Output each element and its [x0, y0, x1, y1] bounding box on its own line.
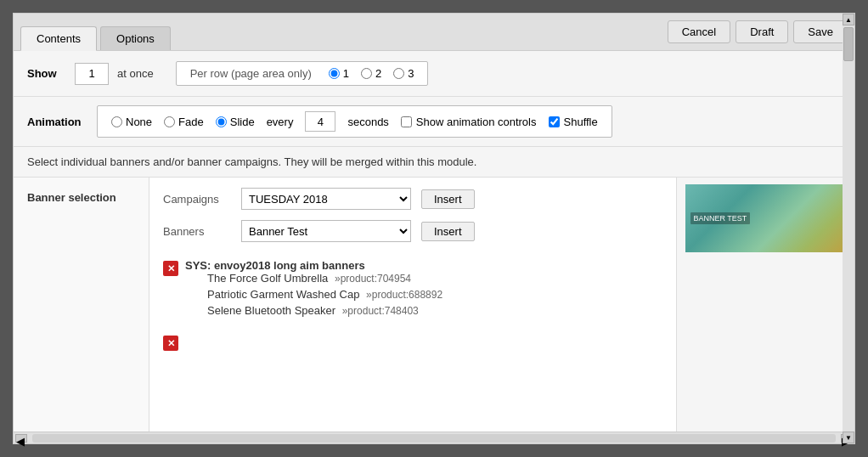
- info-text: Select individual banners and/or banner …: [14, 147, 854, 178]
- banners-row: Banners Banner Test Insert: [163, 220, 662, 242]
- v-scroll-track: [843, 25, 854, 432]
- preview-background: BANNER TEST: [685, 184, 847, 252]
- show-number-input[interactable]: [75, 63, 109, 85]
- per-row-radio-2[interactable]: 2: [361, 67, 381, 80]
- seconds-label: seconds: [347, 116, 388, 128]
- at-once-label: at once: [117, 67, 154, 80]
- scroll-up-button[interactable]: ▲: [843, 14, 854, 25]
- per-row-radio-3[interactable]: 3: [393, 67, 414, 80]
- banner-section: Banner selection Campaigns TUESDAY 2018 …: [14, 178, 854, 432]
- campaigns-dropdown[interactable]: TUESDAY 2018: [241, 188, 411, 210]
- campaign-entry: ✕ SYS: envoy2018 long aim banners The Fo…: [163, 259, 662, 317]
- tab-contents[interactable]: Contents: [20, 26, 97, 51]
- list-item: Selene Bluetooth Speaker »product:748403: [207, 304, 442, 317]
- product-link-3: »product:748403: [342, 305, 419, 317]
- vertical-scrollbar[interactable]: ▲ ▼: [843, 14, 854, 443]
- save-button[interactable]: Save: [793, 20, 848, 43]
- scrollbar-track[interactable]: [32, 434, 836, 443]
- show-controls-label: Show animation controls: [416, 116, 537, 128]
- animation-row: Animation None Fade Slide every seconds: [14, 97, 854, 147]
- every-label: every: [267, 116, 294, 128]
- list-item: The Force Golf Umbrella »product:704954: [207, 272, 442, 285]
- second-remove-button[interactable]: ✕: [163, 336, 178, 351]
- product-name-3: Selene Bluetooth Speaker: [207, 304, 335, 317]
- banners-insert-button[interactable]: Insert: [421, 222, 475, 241]
- show-label: Show: [27, 67, 61, 80]
- scroll-left-button[interactable]: ◀: [15, 434, 27, 443]
- product-name-2: Patriotic Garment Washed Cap: [207, 288, 359, 301]
- banners-dropdown[interactable]: Banner Test: [241, 220, 411, 242]
- show-row: Show at once Per row (page area only) 1 …: [14, 51, 854, 97]
- campaigns-row: Campaigns TUESDAY 2018 Insert: [163, 188, 662, 210]
- banner-preview: BANNER TEST: [676, 178, 854, 432]
- product-link-2: »product:688892: [366, 289, 442, 301]
- animation-label: Animation: [27, 116, 88, 128]
- preview-banner-text: BANNER TEST: [690, 212, 751, 224]
- animation-box: None Fade Slide every seconds Show anima…: [97, 105, 612, 138]
- campaign-name: SYS: envoy2018 long aim banners: [185, 259, 442, 272]
- banner-main: Campaigns TUESDAY 2018 Insert Banners Ba…: [149, 178, 676, 432]
- header: Contents Options Cancel Draft Save: [14, 14, 854, 51]
- campaigns-insert-button[interactable]: Insert: [421, 189, 475, 209]
- horizontal-scrollbar[interactable]: ◀ ▶: [14, 432, 854, 443]
- banners-label: Banners: [163, 225, 231, 238]
- animation-slide[interactable]: Slide: [216, 116, 255, 128]
- second-remove-area: ✕: [163, 334, 662, 351]
- animation-fade[interactable]: Fade: [164, 116, 204, 128]
- show-controls-checkbox[interactable]: [401, 116, 412, 127]
- draft-button[interactable]: Draft: [736, 20, 788, 43]
- content-area: Show at once Per row (page area only) 1 …: [14, 51, 854, 432]
- per-row-radio-1[interactable]: 1: [329, 67, 349, 80]
- animation-none[interactable]: None: [111, 116, 152, 128]
- list-item: Patriotic Garment Washed Cap »product:68…: [207, 288, 442, 301]
- show-controls-checkbox-label[interactable]: Show animation controls: [401, 116, 537, 128]
- shuffle-label: Shuffle: [564, 116, 598, 128]
- campaign-remove-button[interactable]: ✕: [163, 261, 178, 276]
- scroll-down-button[interactable]: ▼: [843, 432, 854, 443]
- product-link-1: »product:704954: [335, 273, 411, 285]
- product-list: The Force Golf Umbrella »product:704954 …: [207, 272, 442, 317]
- shuffle-checkbox[interactable]: [549, 116, 560, 127]
- per-row-radio-group: 1 2 3: [329, 67, 414, 80]
- campaign-entry-content: SYS: envoy2018 long aim banners The Forc…: [185, 259, 442, 317]
- banner-section-label: Banner selection: [14, 178, 149, 432]
- campaigns-label: Campaigns: [163, 193, 231, 206]
- per-row-label: Per row (page area only): [190, 67, 312, 80]
- per-row-box: Per row (page area only) 1 2 3: [176, 61, 429, 86]
- seconds-input[interactable]: [305, 111, 335, 132]
- product-name-1: The Force Golf Umbrella: [207, 272, 328, 285]
- cancel-button[interactable]: Cancel: [668, 20, 730, 43]
- tab-options[interactable]: Options: [100, 26, 171, 50]
- v-scroll-thumb[interactable]: [843, 27, 854, 61]
- preview-image: BANNER TEST: [685, 184, 847, 252]
- shuffle-checkbox-label[interactable]: Shuffle: [549, 116, 598, 128]
- tabs: Contents Options: [20, 20, 171, 50]
- main-container: Contents Options Cancel Draft Save Show …: [13, 13, 855, 444]
- header-buttons: Cancel Draft Save: [668, 20, 848, 50]
